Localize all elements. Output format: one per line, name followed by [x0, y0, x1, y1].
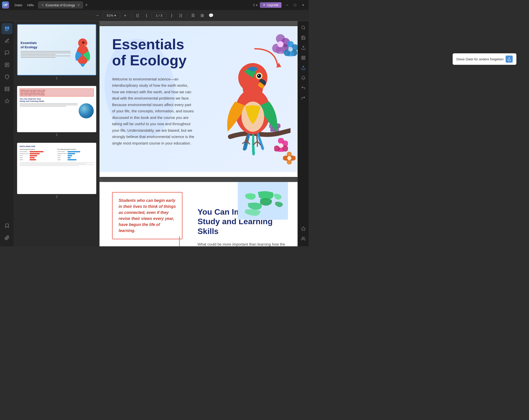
svg-marker-12: [5, 99, 9, 103]
right-search-btn[interactable]: [299, 23, 308, 32]
upgrade-icon: ✦: [263, 3, 265, 7]
app-logo[interactable]: UP: [2, 2, 9, 9]
sidebar-item-organize[interactable]: [2, 83, 13, 95]
svg-line-71: [304, 28, 305, 29]
tab-close-btn[interactable]: ✕: [77, 4, 80, 7]
logo-icon: UP: [2, 2, 9, 9]
svg-rect-2: [5, 30, 9, 30]
right-share-btn[interactable]: [299, 63, 308, 72]
thumb3-row: European Union: [20, 153, 56, 154]
zoom-in-btn[interactable]: +: [121, 12, 129, 20]
sidebar-item-comment[interactable]: [2, 47, 13, 58]
right-notification-btn[interactable]: [299, 73, 308, 82]
thumb1-title: Essentialsof Ecology: [21, 41, 71, 50]
right-redo-btn[interactable]: [299, 94, 308, 103]
thumbnail-frame-3: DATA ANALYSIS Total Ecological Footprint…: [17, 143, 96, 194]
nav-first-btn[interactable]: ⟨⟨: [133, 12, 141, 20]
upgrade-button[interactable]: ✦ Upgrade: [260, 2, 281, 8]
scroll-mode-btn[interactable]: ☰: [189, 12, 197, 20]
right-undo-btn[interactable]: [299, 83, 308, 92]
thumb1-number: 1: [17, 75, 96, 81]
right-save-btn[interactable]: [299, 33, 308, 42]
page1-title: Essentials of Ecology: [112, 36, 195, 68]
toolbar-separator-2: [187, 13, 187, 19]
page-display[interactable]: 1 / 3: [152, 12, 167, 19]
page-nav-indicator: 1 ∨: [253, 3, 258, 7]
zoom-level-display[interactable]: 81% ▾: [103, 12, 120, 19]
pdf-page-1: Essentials of Ecology Welcome to environ…: [100, 26, 298, 177]
page1-content: Essentials of Ecology Welcome to environ…: [100, 26, 298, 172]
pdf-page-2: Students who can begin early in their li…: [100, 182, 298, 246]
right-ai-btn[interactable]: [299, 224, 308, 233]
layout-btn[interactable]: ⊞: [198, 12, 206, 20]
svg-point-25: [292, 44, 298, 51]
page2-content: Students who can begin early in their li…: [100, 182, 298, 246]
svg-rect-1: [7, 27, 9, 29]
comment-toolbar-btn[interactable]: 💬: [207, 12, 215, 20]
tab-bar: ✎ Essential of Ecology ✕ +: [38, 2, 253, 9]
svg-rect-10: [5, 89, 6, 91]
thumbnail-image-1: Essentialsof Ecology: [18, 25, 96, 75]
thumb1-lines: [21, 51, 71, 58]
right-export-btn[interactable]: [299, 43, 308, 52]
page2-left-col: Students who can begin early in their li…: [112, 192, 187, 246]
thumb1-parrot-svg: [74, 31, 91, 69]
thumbnail-page-1[interactable]: Essentialsof Ecology: [17, 24, 96, 81]
toolbar-separator-1: [131, 13, 131, 19]
sidebar-item-protect[interactable]: [2, 71, 13, 82]
page1-text-area: Essentials of Ecology Welcome to environ…: [100, 26, 205, 172]
sidebar-item-attachment[interactable]: [2, 232, 13, 243]
add-tab-btn[interactable]: +: [83, 2, 90, 9]
menu-help[interactable]: Hilfe: [25, 2, 36, 8]
right-ocr-btn[interactable]: [299, 53, 308, 62]
svg-line-60: [257, 134, 257, 141]
tab-ecology[interactable]: ✎ Essential of Ecology ✕: [38, 2, 83, 9]
thumb-line: [21, 54, 56, 55]
window-controls: − □ ×: [283, 2, 307, 9]
thumb2-content: [20, 103, 94, 118]
zoom-out-btn[interactable]: −: [93, 12, 102, 20]
svg-rect-0: [5, 27, 7, 29]
pdf-viewer[interactable]: Essentials of Ecology Welcome to environ…: [100, 21, 298, 246]
thumb-line: [21, 57, 56, 58]
sidebar-item-form[interactable]: [2, 59, 13, 70]
svg-point-26: [291, 50, 297, 56]
right-community-btn[interactable]: [299, 234, 308, 243]
thumbnail-image-2: Students who can begin early in theirliv…: [18, 86, 96, 132]
sidebar-item-read[interactable]: [2, 23, 13, 34]
nav-last-btn[interactable]: ⟩⟩: [177, 12, 185, 20]
thumb2-heading: You Can Improve YourStudy and Learning S…: [20, 98, 94, 102]
page1-body: Welcome to environmental science—an inte…: [112, 76, 195, 147]
minimize-btn[interactable]: −: [283, 2, 291, 9]
menu-file[interactable]: Datei: [12, 2, 25, 8]
page2-layout: Students who can begin early in their li…: [112, 192, 288, 246]
svg-rect-9: [8, 87, 9, 89]
page1-image-area: [205, 26, 298, 172]
sidebar-item-bookmark[interactable]: [2, 220, 13, 231]
maximize-btn[interactable]: □: [292, 2, 299, 9]
tab-doc-icon: ✎: [41, 4, 44, 7]
thumbnail-page-2[interactable]: Students who can begin early in theirliv…: [17, 86, 96, 138]
page2-highlight-text: Students who can begin early in their li…: [119, 198, 176, 233]
parrot-illustration: [215, 41, 291, 172]
thumbnail-page-3[interactable]: DATA ANALYSIS Total Ecological Footprint…: [17, 143, 96, 200]
world-map-svg: [238, 182, 288, 220]
connector-arrow-svg: [172, 236, 187, 246]
nav-prev-btn[interactable]: ⟨: [142, 12, 151, 20]
thumbnail-image-3: DATA ANALYSIS Total Ecological Footprint…: [18, 143, 96, 194]
sidebar-item-edit[interactable]: [2, 35, 13, 46]
nav-next-btn[interactable]: ⟩: [168, 12, 176, 20]
page2-highlight-box: Students who can begin early in their li…: [112, 192, 182, 239]
close-btn[interactable]: ×: [300, 2, 307, 9]
svg-rect-8: [5, 87, 6, 89]
svg-rect-11: [8, 89, 9, 91]
sidebar-item-ai[interactable]: [2, 96, 13, 107]
page-sep: /: [159, 14, 160, 17]
thumb3-row: United States: [20, 151, 56, 152]
thumb3-row: Japan: [20, 159, 56, 160]
svg-point-70: [302, 26, 305, 29]
thumbnails-panel[interactable]: Essentialsof Ecology: [14, 21, 100, 246]
left-sidebar: [0, 21, 14, 246]
thumb3-title: DATA ANALYSIS: [20, 145, 94, 148]
thumb3-row: China: [20, 155, 56, 156]
